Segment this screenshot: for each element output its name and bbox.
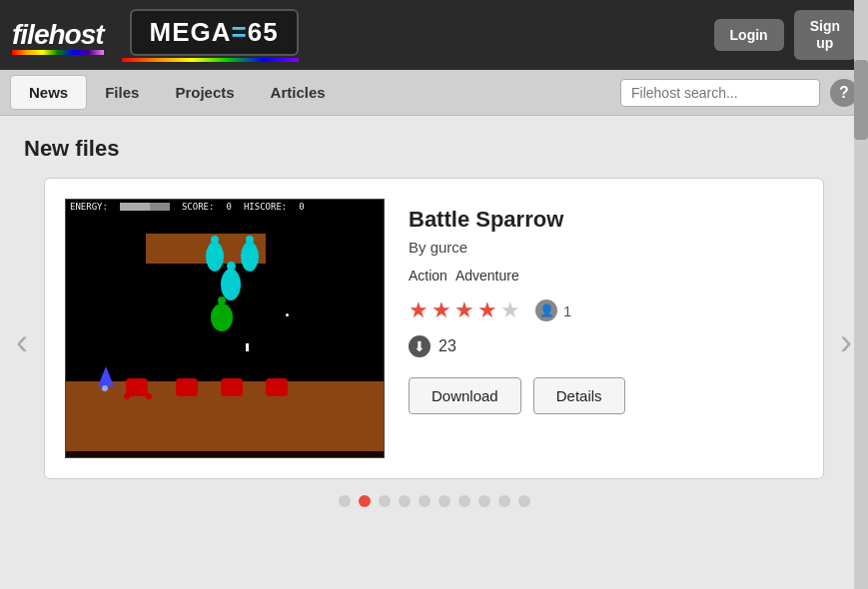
card-title: Battle Sparrow: [409, 207, 803, 233]
card-image: ENERGY: SCORE:0 HISCORE:0: [65, 199, 385, 458]
scrollbar-thumb[interactable]: [854, 60, 868, 140]
file-card: ENERGY: SCORE:0 HISCORE:0: [44, 178, 824, 479]
nav-item-news[interactable]: News: [10, 75, 87, 110]
section-title: New files: [24, 136, 844, 162]
card-info: Battle Sparrow By gurce Action Adventure…: [409, 199, 803, 414]
card-actions: Download Details: [409, 377, 803, 414]
search-input[interactable]: [620, 79, 820, 107]
carousel-next-button[interactable]: ›: [832, 321, 860, 363]
signup-button[interactable]: Signup: [794, 10, 856, 60]
download-button[interactable]: Download: [409, 377, 521, 414]
star-rating: ★ ★ ★ ★ ★ 👤 1: [409, 297, 803, 323]
star-2: ★: [432, 297, 451, 323]
download-number: 23: [438, 337, 456, 355]
star-4: ★: [477, 297, 497, 323]
scrollbar[interactable]: [854, 0, 868, 589]
rating-number: 1: [563, 302, 571, 319]
carousel-prev-button[interactable]: ‹: [8, 321, 36, 363]
download-count: ⬇ 23: [409, 335, 803, 357]
dot-7[interactable]: [478, 495, 490, 507]
dot-5[interactable]: [438, 495, 450, 507]
dot-1[interactable]: [359, 495, 371, 507]
download-icon: ⬇: [409, 335, 431, 357]
dot-6[interactable]: [458, 495, 470, 507]
nav-item-files[interactable]: Files: [87, 76, 157, 109]
star-3: ★: [454, 297, 474, 323]
dot-3[interactable]: [399, 495, 411, 507]
header: filehost MEGA=65 Login Signup: [0, 0, 868, 70]
game-area: [66, 214, 384, 451]
filehost-logo: filehost: [12, 19, 104, 51]
rating-count: 👤 1: [535, 299, 571, 321]
star-1: ★: [409, 297, 429, 323]
main-content: New files ‹ ENERGY: SCORE:0 HISCORE:0: [0, 116, 868, 527]
details-button[interactable]: Details: [533, 377, 625, 414]
dot-2[interactable]: [379, 495, 391, 507]
star-5: ★: [500, 297, 520, 323]
dot-8[interactable]: [498, 495, 510, 507]
carousel-dots: [44, 495, 824, 507]
dot-4[interactable]: [419, 495, 431, 507]
nav-item-projects[interactable]: Projects: [157, 76, 252, 109]
mega65-logo: MEGA=65: [130, 9, 299, 56]
tag-action: Action: [409, 268, 447, 284]
game-hud: ENERGY: SCORE:0 HISCORE:0: [66, 200, 384, 214]
login-button[interactable]: Login: [714, 19, 784, 51]
card-tags: Action Adventure: [409, 268, 803, 284]
dot-0[interactable]: [339, 495, 351, 507]
card-author: By gurce: [409, 239, 803, 256]
navigation: News Files Projects Articles ?: [0, 70, 868, 116]
user-icon: 👤: [535, 299, 557, 321]
nav-item-articles[interactable]: Articles: [253, 76, 344, 109]
tag-adventure: Adventure: [455, 268, 519, 284]
dot-9[interactable]: [518, 495, 530, 507]
